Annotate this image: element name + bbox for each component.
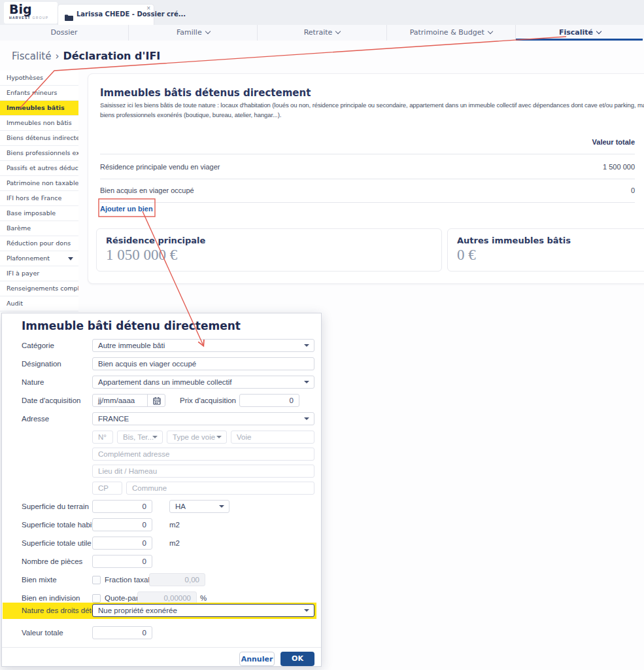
chevron-down-icon bbox=[205, 29, 210, 34]
chevron-down-icon bbox=[488, 29, 493, 34]
add-bien-button[interactable]: Ajouter un bien bbox=[100, 205, 153, 213]
ok-button[interactable]: OK bbox=[280, 652, 314, 666]
nature-droits-label: Nature des droits détenus bbox=[22, 604, 92, 617]
chevron-down-icon bbox=[152, 436, 158, 438]
complement-adresse-input[interactable]: Complément adresse bbox=[92, 448, 314, 461]
voie-input[interactable]: Voie bbox=[231, 431, 314, 444]
nav-item-fiscalite[interactable]: Fiscalité bbox=[515, 25, 644, 41]
prix-acquisition-input[interactable]: 0 bbox=[239, 394, 299, 407]
sidebar-item-biens-professionnels-exoneres[interactable]: Biens professionnels exonérés bbox=[0, 146, 78, 161]
main-panel: Immeubles bâtis détenus directement Sais… bbox=[88, 73, 644, 284]
superficie-utile-input[interactable]: 0 bbox=[92, 537, 152, 550]
sidebar-item-enfants-mineurs[interactable]: Enfants mineurs bbox=[0, 86, 78, 101]
designation-label: Désignation bbox=[22, 357, 92, 370]
lieu-dit-input[interactable]: Lieu dit / Hameau bbox=[92, 465, 314, 478]
section-description-line2: biens professionnels exonérés (boutique,… bbox=[100, 111, 644, 118]
fraction-taxable-input: 0,00 bbox=[149, 573, 205, 586]
top-tab-strip: Big HARVEST GROUP Larissa CHEDE - Dossie… bbox=[0, 0, 644, 25]
folder-icon bbox=[65, 12, 73, 24]
application-window: Big HARVEST GROUP Larissa CHEDE - Dossie… bbox=[0, 0, 644, 670]
logo-subtext: HARVEST GROUP bbox=[9, 16, 58, 20]
breadcrumb-separator: › bbox=[55, 50, 59, 62]
sidebar-item-ifi-a-payer[interactable]: IFI à payer bbox=[0, 266, 78, 281]
bien-indivision-checkbox[interactable] bbox=[92, 594, 101, 603]
adresse-label: Adresse bbox=[22, 412, 92, 425]
calendar-icon[interactable] bbox=[147, 394, 165, 407]
chevron-down-icon bbox=[216, 436, 222, 438]
nature-label: Nature bbox=[22, 376, 92, 389]
nav-item-patrimoine-budget[interactable]: Patrimoine & Budget bbox=[386, 25, 515, 41]
sidebar-item-passifs-deductions[interactable]: Passifs et autres déductions bbox=[0, 161, 78, 176]
superficie-utile-label: Superficie totale utile bbox=[22, 537, 92, 550]
cancel-button[interactable]: Annuler bbox=[239, 652, 275, 666]
sidebar-item-immeubles-non-batis[interactable]: Immeubles non bâtis bbox=[0, 116, 78, 131]
m2-unit: m2 bbox=[169, 537, 180, 550]
dialog-title: Immeuble bâti détenu directement bbox=[22, 319, 241, 332]
superficie-terrain-label: Superficie du terrain bbox=[22, 500, 92, 513]
chevron-down-icon bbox=[304, 381, 309, 383]
nav-item-famille[interactable]: Famille bbox=[128, 25, 257, 41]
nombre-pieces-input[interactable]: 0 bbox=[92, 555, 152, 568]
table-divider bbox=[100, 179, 635, 179]
immeuble-bati-dialog: Immeuble bâti détenu directement Catégor… bbox=[1, 313, 322, 667]
sidebar-item-audit[interactable]: Audit bbox=[0, 296, 78, 311]
superficie-habitable-label: Superficie totale habitable bbox=[22, 518, 92, 531]
sidebar-item-renseignements-complementaires[interactable]: Renseignements complément.. bbox=[0, 281, 78, 296]
logo-text: Big bbox=[9, 2, 58, 16]
chevron-down-icon bbox=[219, 505, 224, 508]
chevron-down-icon bbox=[304, 609, 309, 612]
section-description-line1: Saisissez ici les biens bâtis de toute n… bbox=[100, 101, 644, 109]
active-tab-underline bbox=[516, 39, 643, 41]
prix-acquisition-label: Prix d'acquisition bbox=[171, 394, 236, 407]
sidebar-item-base-imposable[interactable]: Base imposable bbox=[0, 206, 78, 221]
nature-droits-select[interactable]: Nue propriété exonérée bbox=[92, 604, 314, 617]
dossier-tab[interactable]: Larissa CHEDE - Dossier cré... × bbox=[58, 4, 154, 25]
breadcrumb: Fiscalité›Déclaration d'IFI bbox=[12, 50, 160, 62]
row-value: 0 bbox=[100, 186, 635, 194]
sidebar: Hypothèses Enfants mineurs Immeubles bât… bbox=[0, 71, 78, 311]
m2-unit: m2 bbox=[169, 518, 180, 531]
categorie-select[interactable]: Autre immeuble bâti bbox=[92, 339, 314, 352]
sidebar-item-ifi-hors-de-france[interactable]: IFI hors de France bbox=[0, 191, 78, 206]
sidebar-item-reduction-pour-dons[interactable]: Réduction pour dons bbox=[0, 236, 78, 251]
valeur-totale-input[interactable]: 0 bbox=[92, 626, 152, 639]
nav-item-dossier[interactable]: Dossier bbox=[0, 25, 128, 41]
commune-input[interactable]: Commune bbox=[126, 482, 314, 495]
adresse-pays-select[interactable]: FRANCE bbox=[92, 412, 314, 425]
table-divider bbox=[100, 202, 635, 203]
app-logo: Big HARVEST GROUP bbox=[4, 2, 58, 24]
nav-item-retraite[interactable]: Retraite bbox=[257, 25, 386, 41]
bien-mixte-checkbox[interactable] bbox=[92, 576, 101, 584]
superficie-unit-select[interactable]: HA bbox=[169, 500, 229, 513]
superficie-terrain-input[interactable]: 0 bbox=[92, 500, 152, 513]
chevron-down-icon bbox=[304, 344, 309, 347]
superficie-habitable-input[interactable]: 0 bbox=[92, 518, 152, 531]
close-icon[interactable]: × bbox=[146, 5, 150, 12]
card-title: Autres immeubles bâtis bbox=[457, 236, 571, 245]
summary-card-autres-immeubles: Autres immeubles bâtis 0 € bbox=[447, 228, 644, 272]
type-voie-select[interactable]: Type de voie bbox=[167, 431, 227, 444]
tab-title: Larissa CHEDE - Dossier cré... bbox=[76, 10, 186, 18]
sidebar-item-bareme[interactable]: Barème bbox=[0, 221, 78, 236]
chevron-down-icon bbox=[335, 29, 341, 34]
row-value: 1 500 000 bbox=[100, 163, 635, 171]
card-value: 0 € bbox=[457, 247, 476, 264]
table-header-valeur-totale: Valeur totale bbox=[100, 138, 635, 146]
date-acquisition-label: Date d'acquisition bbox=[22, 394, 92, 407]
bis-ter-select[interactable]: Bis, Ter... bbox=[117, 431, 163, 444]
sidebar-item-plafonnement[interactable]: Plafonnement bbox=[0, 251, 78, 266]
cp-input[interactable]: CP bbox=[92, 482, 122, 495]
sidebar-item-hypotheses[interactable]: Hypothèses bbox=[0, 71, 78, 86]
chevron-down-icon bbox=[68, 257, 73, 260]
bien-mixte-label: Bien mixte bbox=[22, 573, 92, 586]
sidebar-item-patrimoine-non-taxable[interactable]: Patrimoine non taxable bbox=[0, 176, 78, 191]
summary-card-residence-principale: Résidence principale 1 050 000 € bbox=[96, 228, 442, 272]
chevron-down-icon bbox=[304, 417, 309, 420]
section-title: Immeubles bâtis détenus directement bbox=[100, 87, 311, 99]
numero-input[interactable]: N° bbox=[92, 431, 113, 444]
sidebar-item-biens-detenus-indirectement[interactable]: Biens détenus indirectement bbox=[0, 131, 78, 146]
designation-input[interactable]: Bien acquis en viager occupé bbox=[92, 357, 314, 370]
nature-select[interactable]: Appartement dans un immeuble collectif bbox=[92, 376, 314, 389]
sidebar-item-immeubles-batis[interactable]: Immeubles bâtis bbox=[0, 101, 78, 116]
breadcrumb-section[interactable]: Fiscalité bbox=[12, 50, 51, 62]
